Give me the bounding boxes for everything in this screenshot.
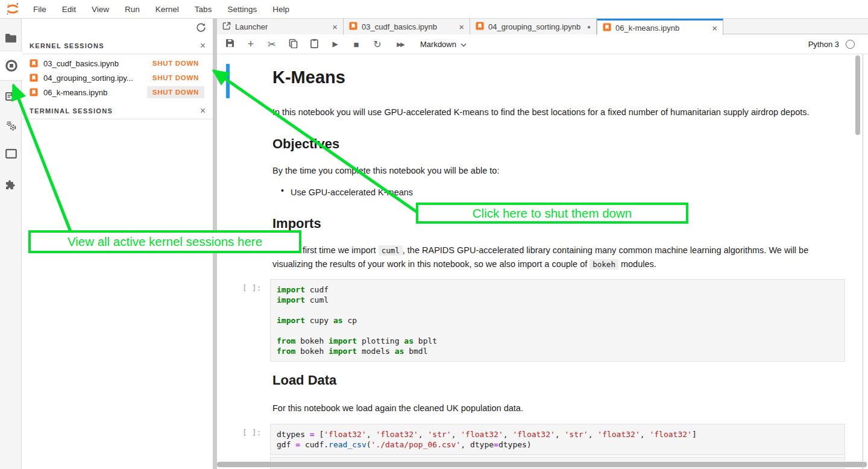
shutdown-button[interactable]: SHUT DOWN <box>147 72 204 84</box>
kernel-sessions-label: KERNEL SESSIONS <box>30 42 200 49</box>
jupyterlab-window: File Edit View Run Kernel Tabs Settings … <box>0 0 868 469</box>
folder-icon <box>5 33 17 43</box>
inspector-icon <box>5 90 17 102</box>
sidebar-item-running-sessions[interactable] <box>0 51 22 81</box>
jupyter-logo-icon <box>5 1 20 17</box>
menu-file[interactable]: File <box>25 5 54 14</box>
terminal-sessions-header: TERMINAL SESSIONS × <box>22 103 213 119</box>
stop-icon: ■ <box>353 39 359 49</box>
kernel-session-row[interactable]: 06_k-means.ipynb SHUT DOWN <box>22 85 213 99</box>
menu-tabs[interactable]: Tabs <box>187 5 220 14</box>
code-cell-imports[interactable]: import cudfimport cuml import cupy as cp… <box>270 279 845 362</box>
window-right-border <box>863 19 863 469</box>
cell-type-value: Markdown <box>420 40 456 49</box>
vertical-scrollbar-thumb[interactable] <box>855 55 860 135</box>
paste-cells-button[interactable] <box>309 38 319 50</box>
chevron-down-icon <box>461 40 467 49</box>
tab-label: Launcher <box>235 22 268 31</box>
session-name: 06_k-means.ipynb <box>43 88 147 97</box>
markdown-heading-objectives: Objectives <box>272 136 339 152</box>
interrupt-kernel-button[interactable]: ■ <box>351 38 362 50</box>
notebook-icon <box>30 59 38 68</box>
launcher-icon <box>222 22 231 32</box>
notebook-icon <box>30 88 38 96</box>
clipboard-icon <box>310 39 318 50</box>
tab-04-grouping-sorting[interactable]: 04_grouping_sorting.ipynb ● <box>470 19 597 34</box>
menu-kernel[interactable]: Kernel <box>148 5 187 14</box>
shutdown-button[interactable]: SHUT DOWN <box>147 57 204 69</box>
notebook-toolbar: + ✂ ▶ ■ ↻ ▶▶ Markdown Python 3 <box>217 34 868 54</box>
restart-run-all-button[interactable]: ▶▶ <box>393 38 407 50</box>
sidebar-item-file-browser[interactable] <box>0 26 22 50</box>
code-cell-load-data[interactable]: dtypes = ['float32', 'float32', 'str', '… <box>270 424 845 455</box>
notebook-icon <box>30 74 38 82</box>
sidebar-item-property-inspector[interactable] <box>0 84 22 109</box>
save-icon <box>225 39 234 49</box>
restart-icon: ↻ <box>373 39 381 50</box>
running-sessions-icon <box>5 59 18 72</box>
notebook-icon <box>476 22 484 32</box>
tab-close-icon[interactable]: × <box>712 23 717 33</box>
kernel-status-icon <box>846 40 855 49</box>
markdown-heading-load-data: Load Data <box>272 373 336 388</box>
terminal-sessions-label: TERMINAL SESSIONS <box>30 107 200 115</box>
horizontal-scrollbar[interactable] <box>217 461 868 468</box>
notebook-icon <box>349 22 357 32</box>
menu-edit[interactable]: Edit <box>54 5 84 14</box>
copy-icon <box>289 39 298 50</box>
kernel-indicator[interactable]: Python 3 <box>808 40 864 49</box>
cell-type-dropdown[interactable]: Markdown <box>420 40 467 49</box>
main-dock-panel: Launcher × 03_cudf_basics.ipynb × 04_gro… <box>217 19 868 469</box>
annotation-text: View all active kernel sessions here <box>68 234 262 249</box>
selected-cell-collapser[interactable] <box>226 64 230 98</box>
shutdown-button[interactable]: SHUT DOWN <box>147 86 204 98</box>
close-all-kernels-button[interactable]: × <box>200 41 206 51</box>
cut-cells-button[interactable]: ✂ <box>266 38 277 50</box>
menu-bar: File Edit View Run Kernel Tabs Settings … <box>0 0 868 19</box>
gears-icon <box>5 119 17 131</box>
copy-cells-button[interactable] <box>288 38 298 50</box>
markdown-paragraph: In this notebook you will use GPU-accele… <box>272 105 868 119</box>
bullet-marker: • <box>281 186 284 195</box>
fast-forward-icon: ▶▶ <box>397 41 403 48</box>
tab-03-cudf-basics[interactable]: 03_cudf_basics.ipynb × <box>344 19 470 34</box>
tab-launcher[interactable]: Launcher × <box>217 19 344 34</box>
add-cell-button[interactable]: + <box>245 38 256 50</box>
save-button[interactable] <box>224 38 235 50</box>
restart-kernel-button[interactable]: ↻ <box>372 38 383 50</box>
run-cell-button[interactable]: ▶ <box>330 38 341 50</box>
menu-help[interactable]: Help <box>265 5 297 14</box>
annotation-box-shutdown: Click here to shut them down <box>416 203 688 224</box>
menu-run[interactable]: Run <box>117 5 148 14</box>
tab-06-k-means[interactable]: 06_k-means.ipynb × <box>597 19 723 35</box>
scissors-icon: ✂ <box>268 39 275 50</box>
tab-close-icon[interactable]: × <box>459 22 464 32</box>
sidebar-item-open-tabs[interactable] <box>0 142 22 166</box>
markdown-paragraph: For the first time we import cuml, the R… <box>272 244 868 271</box>
cell-input-prompt: [ ]: <box>242 283 261 292</box>
notebook-content[interactable]: K-Means In this notebook you will use GP… <box>217 54 868 469</box>
menu-view[interactable]: View <box>84 5 117 14</box>
left-sidebar <box>0 19 22 469</box>
tab-label: 06_k-means.ipynb <box>615 24 679 33</box>
close-all-terminals-button[interactable]: × <box>200 106 206 116</box>
session-name: 04_grouping_sorting.ipy... <box>43 74 147 83</box>
refresh-sessions-button[interactable] <box>195 22 207 34</box>
run-icon: ▶ <box>332 40 338 48</box>
kernel-session-row[interactable]: 04_grouping_sorting.ipy... SHUT DOWN <box>22 71 213 85</box>
kernel-session-row[interactable]: 03_cudf_basics.ipynb SHUT DOWN <box>22 56 213 71</box>
unsaved-changes-dot: ● <box>587 24 591 30</box>
markdown-paragraph: For this notebook we load again the clea… <box>272 401 523 415</box>
bullet-item: Use GPU-accelerated K-means <box>291 186 413 199</box>
tab-label: 03_cudf_basics.ipynb <box>362 22 437 31</box>
notebook-icon <box>603 23 611 33</box>
menu-settings[interactable]: Settings <box>219 5 265 14</box>
sidebar-item-extension-manager[interactable] <box>0 173 22 197</box>
cell-input-prompt: [ ]: <box>242 428 261 437</box>
horizontal-scrollbar-thumb[interactable] <box>217 462 867 467</box>
markdown-heading-imports: Imports <box>272 216 321 231</box>
annotation-text: Click here to shut them down <box>473 206 632 221</box>
puzzle-icon <box>5 179 17 191</box>
sidebar-item-extension-settings[interactable] <box>0 113 22 137</box>
tab-close-icon[interactable]: × <box>332 22 338 32</box>
